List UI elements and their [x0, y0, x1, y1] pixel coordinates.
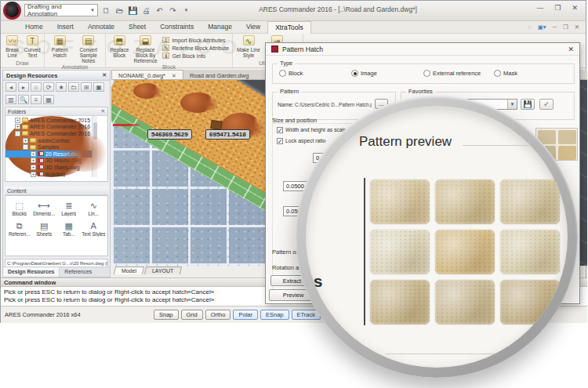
- refresh-icon[interactable]: ⟳: [43, 82, 54, 92]
- dialog-close-icon[interactable]: ✕: [568, 45, 574, 53]
- dwg-file-icon: [38, 158, 44, 163]
- content-item-dimensions[interactable]: ⟷ Dimensi...: [32, 201, 57, 216]
- doc-tab-road-and-garden[interactable]: Road and Garden.dwg: [183, 70, 255, 79]
- views-icon[interactable]: ▥: [5, 95, 16, 104]
- minimize-button[interactable]: —: [536, 4, 543, 12]
- tree-item[interactable]: + Building: [5, 171, 97, 178]
- apply-favorite-button[interactable]: ✔: [539, 99, 554, 110]
- doc-close-icon[interactable]: ✕: [575, 24, 579, 31]
- tree-item-selected[interactable]: + 20 Resort.dwg: [5, 150, 97, 158]
- radio-external-reference[interactable]: External reference: [423, 70, 481, 77]
- break-line-button[interactable]: 〰 Break Line: [2, 34, 23, 58]
- tree-toggle[interactable]: +: [23, 138, 28, 143]
- tree-item[interactable]: + addinConfigs: [5, 137, 97, 144]
- polar-toggle[interactable]: Polar: [233, 310, 258, 320]
- tree-item[interactable]: + 3D House.dwg: [5, 158, 97, 165]
- content-item-blocks[interactable]: ⬚ Blocks: [7, 201, 32, 216]
- radio-mask[interactable]: Mask: [494, 70, 517, 77]
- tree-item[interactable]: - ARES Commander 2016 x6: [5, 130, 97, 137]
- favorites-icon[interactable]: ★: [56, 82, 67, 92]
- doc-switch-icon[interactable]: ▣▾: [538, 24, 546, 31]
- tree-toggle[interactable]: +: [15, 118, 20, 123]
- app-logo-icon[interactable]: [3, 2, 21, 20]
- curved-text-button[interactable]: T Curved Text: [23, 34, 43, 58]
- new-file-icon[interactable]: 🗋: [101, 6, 111, 15]
- restore-button[interactable]: ❐: [554, 4, 561, 12]
- radio-block[interactable]: Block: [279, 70, 303, 77]
- grid-toggle[interactable]: Grid: [181, 310, 203, 320]
- tab-xtratools[interactable]: XtraTools: [267, 21, 310, 34]
- home-icon[interactable]: 🗀: [68, 82, 79, 92]
- tree-toggle[interactable]: +: [31, 151, 36, 157]
- dialog-title-bar[interactable]: Pattern Hatch ✕: [266, 43, 579, 56]
- workspace-select[interactable]: Drafting and Annotation ▼: [24, 4, 98, 16]
- print-icon[interactable]: 🖨: [141, 6, 151, 15]
- tab-constraints[interactable]: Constraints: [153, 21, 201, 34]
- get-block-info-button[interactable]: ℹ Get Block Info: [162, 53, 229, 59]
- tree-item[interactable]: + ARES Commander 2015: [5, 117, 97, 124]
- back-icon[interactable]: ◂: [5, 82, 16, 92]
- tree-toggle[interactable]: -: [15, 131, 20, 136]
- detail-icon[interactable]: ▦: [43, 95, 54, 104]
- tree-item[interactable]: + 3D Stairs.dwg: [5, 164, 97, 171]
- tree-toggle[interactable]: +: [31, 158, 36, 163]
- tree-item[interactable]: + ARES Commander 2016: [5, 124, 97, 131]
- doc-restore-icon[interactable]: ❐: [563, 24, 568, 31]
- replace-block-button[interactable]: ⬒ Replace Block: [107, 34, 132, 58]
- forward-icon[interactable]: ▸: [18, 82, 29, 92]
- type-groupbox: Type Block Image External reference Mask: [272, 63, 575, 84]
- import-block-attributes-button[interactable]: ↧ Import Block Attributes: [162, 37, 229, 43]
- save-icon[interactable]: 💾: [128, 6, 138, 15]
- tab-model[interactable]: Model: [114, 267, 144, 274]
- lock-aspect-checkbox[interactable]: ✓Lock aspect ratio: [277, 137, 325, 144]
- tab-references[interactable]: References: [60, 267, 96, 277]
- close-button[interactable]: ✕: [572, 4, 578, 12]
- tab-design-resources[interactable]: Design Resources: [3, 267, 60, 277]
- tree-toggle[interactable]: +: [15, 124, 20, 129]
- search-icon[interactable]: 🔍: [18, 95, 29, 104]
- doc-minimize-icon[interactable]: ─: [553, 24, 557, 31]
- content-item-tables[interactable]: ▦ Tab...: [56, 221, 82, 237]
- undo-icon[interactable]: ↶: [154, 6, 165, 15]
- esnap-toggle[interactable]: ESnap: [260, 310, 289, 320]
- content-item-sheets[interactable]: ▤ Sheets: [32, 221, 57, 237]
- replace-block-by-reference-button[interactable]: ⬓ Replace Block By Reference: [132, 34, 160, 63]
- tab-sheet[interactable]: Sheet: [122, 21, 153, 34]
- tree-scrollbar[interactable]: [92, 116, 97, 177]
- pattern-hatch-button[interactable]: ▦ Pattern Hatch: [46, 34, 74, 58]
- tab-insert[interactable]: Insert: [50, 21, 81, 34]
- redefine-block-attribute-button[interactable]: ✎ Redefine Block Attribute: [162, 45, 229, 51]
- snap-toggle[interactable]: Snap: [154, 310, 179, 320]
- tree-toggle-icon[interactable]: ⊞: [81, 82, 92, 92]
- save-favorite-button[interactable]: 💾: [521, 99, 535, 110]
- content-item-text-styles[interactable]: A Text Styles: [82, 221, 107, 237]
- content-item-linetypes[interactable]: ∿ Lin...: [82, 201, 107, 216]
- tab-manage[interactable]: Manage: [201, 21, 239, 34]
- doc-tab-close-icon[interactable]: ✕: [172, 73, 176, 79]
- tree-toggle[interactable]: +: [31, 172, 36, 177]
- combo-arrow-icon[interactable]: ▼: [507, 100, 517, 109]
- redo-icon[interactable]: ↷: [168, 6, 178, 15]
- ortho-toggle[interactable]: Ortho: [205, 310, 231, 320]
- panel-close-icon[interactable]: ✕: [102, 72, 107, 78]
- list-icon[interactable]: ≡: [31, 95, 42, 104]
- open-file-icon[interactable]: 🗁: [114, 6, 125, 15]
- tree-toggle[interactable]: +: [31, 165, 36, 170]
- tree-toggle[interactable]: -: [23, 144, 28, 150]
- preview-toggle-icon[interactable]: ▣: [93, 82, 104, 92]
- content-item-layers[interactable]: ≣ Layers: [56, 201, 82, 216]
- content-item-references[interactable]: ⧉ Referen...: [7, 221, 32, 237]
- radio-image[interactable]: Image: [351, 70, 377, 77]
- doc-tab-noname[interactable]: NONAME_0.dwg* ✕: [111, 70, 183, 79]
- tree-item[interactable]: - Samples: [5, 143, 97, 150]
- help-icon[interactable]: ◌: [528, 24, 531, 31]
- make-line-style-button[interactable]: ∿ Make Line Style: [234, 34, 263, 58]
- tab-home[interactable]: Home: [18, 21, 50, 34]
- convert-sample-notes-button[interactable]: ▤ Convert Sample Notes: [74, 34, 103, 63]
- tab-annotate[interactable]: Annotate: [81, 21, 122, 34]
- folders-close-icon[interactable]: ✕: [101, 108, 105, 114]
- tab-view[interactable]: View: [239, 21, 267, 34]
- qat-more-icon[interactable]: ▼: [181, 8, 191, 13]
- tab-layout[interactable]: LAYOUT: [144, 267, 182, 274]
- up-folder-icon[interactable]: ⌂: [31, 82, 42, 92]
